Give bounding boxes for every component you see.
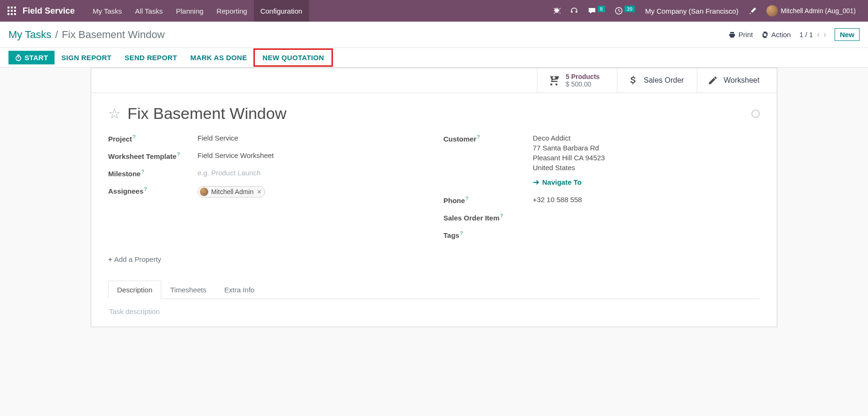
help-icon[interactable]: ? xyxy=(460,230,463,236)
svg-rect-1 xyxy=(11,7,13,8)
form-columns: Project? Field Service Worksheet Templat… xyxy=(108,134,760,248)
apps-icon[interactable] xyxy=(8,7,16,15)
star-icon[interactable]: ☆ xyxy=(108,105,121,122)
help-icon[interactable]: ? xyxy=(466,196,469,201)
messages-icon[interactable]: 8 xyxy=(588,7,605,15)
sheet-background: 5 Products $ 500.00 Sales Order Workshee… xyxy=(0,68,868,416)
svg-rect-5 xyxy=(14,10,16,12)
stat-sales-order[interactable]: Sales Order xyxy=(617,68,697,93)
support-icon[interactable] xyxy=(570,7,578,15)
help-icon[interactable]: ? xyxy=(141,169,144,174)
navigate-to-link[interactable]: Navigate To xyxy=(533,178,582,186)
nav-reporting[interactable]: Reporting xyxy=(210,0,254,22)
project-value[interactable]: Field Service xyxy=(197,134,425,142)
stat-button-row: 5 Products $ 500.00 Sales Order Workshee… xyxy=(91,68,777,93)
task-title[interactable]: Fix Basement Window xyxy=(127,104,286,123)
debug-icon[interactable] xyxy=(553,7,560,15)
timer-icon xyxy=(15,55,22,61)
stat-products[interactable]: 5 Products $ 500.00 xyxy=(537,68,617,93)
print-button[interactable]: Print xyxy=(728,31,753,39)
new-button[interactable]: New xyxy=(835,28,860,41)
stat-sales-order-label: Sales Order xyxy=(644,76,684,85)
action-button[interactable]: Action xyxy=(761,31,791,39)
new-quotation-button[interactable]: NEW QUOTATION xyxy=(256,51,331,64)
svg-rect-7 xyxy=(11,13,13,15)
assignee-name: Mitchell Admin xyxy=(211,188,253,196)
svg-rect-0 xyxy=(8,7,9,8)
kanban-state-dot[interactable] xyxy=(751,110,760,118)
main-navbar: Field Service My Tasks All Tasks Plannin… xyxy=(0,0,868,22)
worksheet-template-value[interactable]: Field Service Worksheet xyxy=(197,151,425,159)
company-switcher[interactable]: My Company (San Francisco) xyxy=(645,7,738,15)
phone-label: Phone? xyxy=(443,196,533,204)
customer-label: Customer? xyxy=(443,134,533,143)
description-input[interactable]: Task description xyxy=(108,299,760,315)
breadcrumb-root[interactable]: My Tasks xyxy=(8,29,51,41)
sign-report-button[interactable]: SIGN REPORT xyxy=(55,51,118,64)
highlight-box: NEW QUOTATION xyxy=(253,48,333,67)
svg-rect-6 xyxy=(8,13,9,15)
svg-rect-2 xyxy=(14,7,16,8)
plus-icon: + xyxy=(108,255,112,263)
help-icon[interactable]: ? xyxy=(177,151,180,157)
svg-rect-8 xyxy=(14,13,16,15)
pager-prev[interactable]: ‹ xyxy=(817,30,820,39)
pager-text: 1 / 1 xyxy=(799,31,813,39)
assignees-label: Assignees? xyxy=(108,186,197,195)
messages-badge: 8 xyxy=(598,6,605,12)
svg-rect-3 xyxy=(8,10,9,12)
title-row: ☆ Fix Basement Window xyxy=(108,104,760,123)
gear-icon xyxy=(761,31,769,39)
user-name: Mitchell Admin (Aug_001) xyxy=(781,7,856,15)
worksheet-template-label: Worksheet Template? xyxy=(108,151,197,160)
add-property-button[interactable]: + Add a Property xyxy=(108,255,161,263)
phone-value[interactable]: +32 10 588 558 xyxy=(533,196,760,204)
tabs: Description Timesheets Extra Info xyxy=(108,280,760,299)
help-icon[interactable]: ? xyxy=(477,134,480,140)
tab-timesheets[interactable]: Timesheets xyxy=(161,281,215,299)
arrow-right-icon xyxy=(533,179,539,186)
help-icon[interactable]: ? xyxy=(500,213,503,219)
brand-title[interactable]: Field Service xyxy=(23,6,75,16)
nav-all-tasks[interactable]: All Tasks xyxy=(128,0,169,22)
user-menu[interactable]: Mitchell Admin (Aug_001) xyxy=(766,5,856,16)
milestone-input[interactable]: e.g. Product Launch xyxy=(197,169,425,177)
help-icon[interactable]: ? xyxy=(133,134,136,140)
svg-rect-4 xyxy=(11,10,13,12)
assignee-chip[interactable]: Mitchell Admin × xyxy=(197,186,265,197)
nav-planning[interactable]: Planning xyxy=(169,0,210,22)
tags-label: Tags? xyxy=(443,230,533,239)
stat-products-line2: $ 500.00 xyxy=(566,80,600,88)
avatar xyxy=(766,5,778,16)
pager: 1 / 1 ‹ › xyxy=(799,30,826,39)
tab-description[interactable]: Description xyxy=(108,281,161,299)
mark-done-button[interactable]: MARK AS DONE xyxy=(184,51,254,64)
tools-icon[interactable] xyxy=(749,7,757,15)
form-col-right: Customer? Deco Addict 77 Santa Barbara R… xyxy=(443,134,760,248)
breadcrumb: My Tasks / Fix Basement Window xyxy=(8,29,165,41)
start-button[interactable]: START xyxy=(8,51,55,64)
stat-worksheet-label: Worksheet xyxy=(724,76,759,85)
send-report-button[interactable]: SEND REPORT xyxy=(118,51,184,64)
breadcrumb-current: Fix Basement Window xyxy=(62,29,165,41)
customer-value[interactable]: Deco Addict 77 Santa Barbara Rd Pleasant… xyxy=(533,134,760,187)
tab-extra-info[interactable]: Extra Info xyxy=(215,281,263,299)
nav-configuration[interactable]: Configuration xyxy=(254,0,309,22)
print-icon xyxy=(728,31,736,39)
form-col-left: Project? Field Service Worksheet Templat… xyxy=(108,134,425,248)
control-row: My Tasks / Fix Basement Window Print Act… xyxy=(0,22,868,48)
avatar xyxy=(200,188,208,196)
stat-products-line1: 5 Products xyxy=(566,73,600,80)
activities-icon[interactable]: 39 xyxy=(615,7,635,15)
remove-icon[interactable]: × xyxy=(257,188,261,196)
help-icon[interactable]: ? xyxy=(144,186,147,192)
dollar-icon xyxy=(628,75,638,86)
assignees-value[interactable]: Mitchell Admin × xyxy=(197,186,425,197)
activities-badge: 39 xyxy=(624,6,635,12)
pager-next[interactable]: › xyxy=(823,30,826,39)
stat-worksheet[interactable]: Worksheet xyxy=(697,68,777,93)
sales-order-item-label: Sales Order Item? xyxy=(443,213,533,222)
control-actions: Print Action 1 / 1 ‹ › New xyxy=(728,28,860,41)
project-label: Project? xyxy=(108,134,197,143)
nav-my-tasks[interactable]: My Tasks xyxy=(86,0,128,22)
